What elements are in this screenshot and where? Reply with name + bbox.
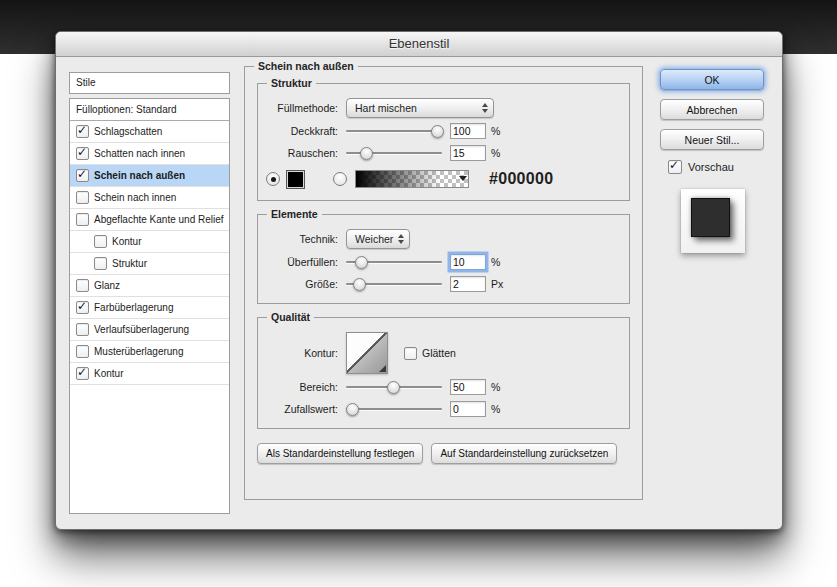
sidebar-item-label: Schein nach innen <box>94 192 176 203</box>
sidebar-item-label: Musterüberlagerung <box>94 346 184 357</box>
noise-slider[interactable] <box>346 146 442 159</box>
slider-thumb[interactable] <box>360 147 373 160</box>
sidebar-item-struktur-sub[interactable]: Struktur <box>70 253 229 275</box>
section-title: Qualität <box>267 311 314 323</box>
contour-picker-arrow-icon[interactable] <box>379 365 386 372</box>
slider-thumb[interactable] <box>387 381 400 394</box>
sidebar-item-schein-nach-innen[interactable]: Schein nach innen <box>70 187 229 209</box>
checkbox[interactable] <box>76 191 89 204</box>
section-struktur: Struktur Füllmethode: Hart mischen Deckk… <box>257 83 630 201</box>
size-slider[interactable] <box>346 277 442 290</box>
technique-label: Technik: <box>266 233 338 245</box>
opacity-unit: % <box>491 125 500 137</box>
range-label: Bereich: <box>266 381 338 393</box>
anti-alias-checkbox[interactable] <box>404 347 417 360</box>
contour-label: Kontur: <box>266 347 338 359</box>
spread-label: Überfüllen: <box>266 256 338 268</box>
sidebar-item-label: Schein nach außen <box>94 170 185 181</box>
technique-select[interactable]: Weicher <box>346 229 410 249</box>
color-gradient-radio[interactable] <box>333 172 347 186</box>
styles-sidebar: Stile Fülloptionen: Standard Schlagschat… <box>69 72 230 514</box>
checkbox[interactable] <box>76 367 89 380</box>
set-default-button[interactable]: Als Standardeinstellung festlegen <box>257 443 423 464</box>
preview-checkbox[interactable] <box>668 160 682 174</box>
sidebar-item-label: Schlagschatten <box>94 126 162 137</box>
slider-thumb[interactable] <box>431 125 444 138</box>
sidebar-item-kontur[interactable]: Kontur <box>70 363 229 385</box>
updown-arrows-icon <box>482 99 488 117</box>
blend-mode-value: Hart mischen <box>355 102 417 114</box>
range-input[interactable] <box>450 379 486 395</box>
section-title: Struktur <box>267 77 316 89</box>
hex-value: #000000 <box>489 170 553 188</box>
contour-thumbnail[interactable] <box>346 332 388 374</box>
sidebar-item-label: Verlaufsüberlagerung <box>94 324 189 335</box>
color-swatch[interactable] <box>286 170 305 189</box>
sidebar-item-label: Kontur <box>112 236 141 247</box>
jitter-input[interactable] <box>450 401 486 417</box>
spread-input[interactable] <box>450 254 486 270</box>
size-unit: Px <box>491 278 503 290</box>
style-list: Fülloptionen: Standard Schlagschatten Sc… <box>69 98 230 514</box>
section-elemente: Elemente Technik: Weicher Überfüllen: % … <box>257 214 630 304</box>
noise-unit: % <box>491 147 500 159</box>
sidebar-item-abgeflachte-kante[interactable]: Abgeflachte Kante und Relief <box>70 209 229 231</box>
checkbox[interactable] <box>76 125 89 138</box>
sidebar-item-label: Kontur <box>94 368 123 379</box>
section-qualitaet: Qualität Kontur: Glätten Bereich: % <box>257 317 630 429</box>
sidebar-item-label: Glanz <box>94 280 120 291</box>
cancel-button[interactable]: Abbrechen <box>660 99 764 120</box>
gradient-picker-arrow-icon[interactable] <box>459 176 467 181</box>
checkbox[interactable] <box>94 235 107 248</box>
preview-label: Vorschau <box>688 161 734 173</box>
noise-label: Rauschen: <box>266 147 338 159</box>
checkbox[interactable] <box>94 257 107 270</box>
slider-thumb[interactable] <box>346 403 359 416</box>
size-label: Größe: <box>266 278 338 290</box>
titlebar[interactable]: Ebenenstil <box>56 32 782 57</box>
dialog-content: Stile Fülloptionen: Standard Schlagschat… <box>56 57 782 529</box>
sidebar-item-fuelloptionen[interactable]: Fülloptionen: Standard <box>70 99 229 121</box>
sidebar-item-schatten-nach-innen[interactable]: Schatten nach innen <box>70 143 229 165</box>
window-title: Ebenenstil <box>389 36 450 51</box>
styles-header[interactable]: Stile <box>69 72 230 94</box>
noise-input[interactable] <box>450 145 486 161</box>
sidebar-item-label: Schatten nach innen <box>94 148 185 159</box>
sidebar-item-label: Struktur <box>112 258 147 269</box>
jitter-unit: % <box>491 403 500 415</box>
checkbox[interactable] <box>76 147 89 160</box>
checkbox[interactable] <box>76 213 89 226</box>
new-style-button[interactable]: Neuer Stil... <box>660 129 764 150</box>
layer-style-dialog: Ebenenstil Stile Fülloptionen: Standard … <box>55 31 783 530</box>
ok-button[interactable]: OK <box>660 69 764 90</box>
slider-thumb[interactable] <box>353 278 366 291</box>
spread-slider[interactable] <box>346 255 442 268</box>
size-input[interactable] <box>450 276 486 292</box>
slider-thumb[interactable] <box>355 256 368 269</box>
gradient-preview[interactable] <box>355 170 469 188</box>
checkbox[interactable] <box>76 345 89 358</box>
blend-mode-select[interactable]: Hart mischen <box>346 98 494 118</box>
spread-unit: % <box>491 256 500 268</box>
color-solid-radio[interactable] <box>266 172 280 186</box>
sidebar-item-glanz[interactable]: Glanz <box>70 275 229 297</box>
opacity-slider[interactable] <box>346 124 442 137</box>
opacity-label: Deckkraft: <box>266 125 338 137</box>
sidebar-item-label: Fülloptionen: Standard <box>76 104 177 115</box>
sidebar-item-farbueberlagerung[interactable]: Farbüberlagerung <box>70 297 229 319</box>
technique-value: Weicher <box>355 233 393 245</box>
sidebar-item-schein-nach-aussen[interactable]: Schein nach außen <box>70 165 229 187</box>
sidebar-item-kontur-sub[interactable]: Kontur <box>70 231 229 253</box>
sidebar-item-schlagschatten[interactable]: Schlagschatten <box>70 121 229 143</box>
range-slider[interactable] <box>346 380 442 393</box>
opacity-input[interactable] <box>450 123 486 139</box>
checkbox[interactable] <box>76 169 89 182</box>
sidebar-item-verlaufsueberlagerung[interactable]: Verlaufsüberlagerung <box>70 319 229 341</box>
checkbox[interactable] <box>76 323 89 336</box>
checkbox[interactable] <box>76 301 89 314</box>
checkbox[interactable] <box>76 279 89 292</box>
sidebar-item-musterueberlagerung[interactable]: Musterüberlagerung <box>70 341 229 363</box>
jitter-slider[interactable] <box>346 402 442 415</box>
reset-default-button[interactable]: Auf Standardeinstellung zurücksetzen <box>431 443 617 464</box>
section-title: Elemente <box>267 208 322 220</box>
